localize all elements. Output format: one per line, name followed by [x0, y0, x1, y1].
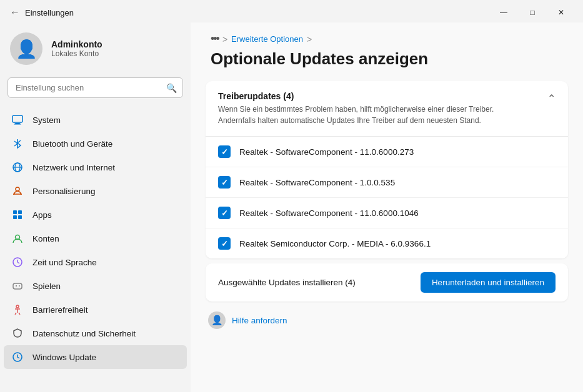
breadcrumb-arrow2: > [307, 34, 312, 44]
svg-rect-11 [13, 215, 17, 219]
checkbox-3[interactable]: ✓ [218, 207, 231, 219]
close-button[interactable]: ✕ [547, 4, 576, 21]
nav-label-accounts: Konten [32, 234, 59, 243]
user-section[interactable]: 👤 Adminkonto Lokales Konto [0, 22, 191, 77]
back-button[interactable]: ← [10, 7, 20, 18]
search-icon: 🔍 [166, 83, 177, 93]
avatar: 👤 [10, 32, 42, 65]
title-bar-left: ← Einstellungen [10, 7, 74, 18]
section-header-sub2: Andernfalls halten automatische Updates … [218, 115, 494, 126]
section-header[interactable]: Treiberupdates (4) Wenn Sie ein bestimmt… [206, 81, 568, 137]
chevron-up-icon: ⌃ [547, 92, 556, 104]
update-item: ✓ Realtek - SoftwareComponent - 11.0.600… [206, 198, 568, 228]
nav-icon-privacy [11, 327, 24, 340]
help-row: 👤 Hilfe anfordern [191, 301, 583, 329]
update-label-4: Realtek Semiconductor Corp. - MEDIA - 6.… [239, 239, 431, 248]
checkbox-2[interactable]: ✓ [218, 176, 231, 189]
svg-line-16 [17, 262, 19, 263]
nav-label-bluetooth: Bluetooth und Geräte [32, 139, 112, 149]
check-icon: ✓ [221, 209, 228, 217]
sidebar-item-apps[interactable]: Apps [4, 203, 187, 227]
check-icon: ✓ [221, 148, 228, 156]
sidebar-item-accounts[interactable]: Konten [4, 227, 187, 250]
help-icon: 👤 [208, 311, 226, 329]
driver-updates-section: Treiberupdates (4) Wenn Sie ein bestimmt… [206, 81, 568, 258]
nav-icon-accessibility [11, 303, 24, 316]
nav-icon-system [11, 114, 24, 126]
user-sub: Lokales Konto [51, 49, 102, 58]
section-header-text: Treiberupdates (4) Wenn Sie ein bestimmt… [218, 91, 494, 126]
nav-icon-apps [11, 208, 24, 221]
title-bar-controls: — □ ✕ [489, 4, 576, 21]
check-icon: ✓ [221, 240, 228, 248]
nav-icon-network [11, 161, 24, 174]
nav-label-gaming: Spielen [32, 282, 61, 291]
help-link[interactable]: Hilfe anfordern [232, 316, 287, 325]
user-icon: 👤 [16, 39, 37, 59]
title-bar: ← Einstellungen — □ ✕ [0, 0, 583, 22]
section-header-sub1: Wenn Sie ein bestimmtes Problem haben, h… [218, 104, 494, 115]
nav-list: System Bluetooth und Geräte Netzwerk und… [0, 105, 191, 371]
update-item: ✓ Realtek Semiconductor Corp. - MEDIA - … [206, 228, 568, 258]
user-name: Adminkonto [51, 39, 102, 49]
svg-point-8 [16, 187, 19, 191]
sidebar-item-gaming[interactable]: Spielen [4, 274, 187, 298]
nav-icon-gaming [11, 280, 24, 292]
section-header-title: Treiberupdates (4) [218, 91, 494, 101]
install-label: Ausgewählte Updates installieren (4) [218, 278, 356, 287]
nav-label-apps: Apps [32, 210, 52, 220]
checkbox-4[interactable]: ✓ [218, 237, 231, 250]
svg-rect-12 [18, 215, 22, 219]
update-items-container: ✓ Realtek - SoftwareComponent - 11.0.600… [206, 137, 568, 258]
nav-icon-accounts [11, 232, 24, 245]
nav-label-accessibility: Barrierefreiheit [32, 305, 88, 315]
maximize-button[interactable]: □ [518, 4, 547, 21]
nav-icon-bluetooth [11, 137, 24, 150]
nav-label-privacy: Datenschutz und Sicherheit [32, 329, 136, 338]
update-label-3: Realtek - SoftwareComponent - 11.0.6000.… [239, 208, 419, 218]
search-box: 🔍 [7, 77, 183, 98]
bottom-bar: Ausgewählte Updates installieren (4) Her… [206, 263, 568, 301]
nav-label-system: System [32, 115, 61, 125]
user-info: Adminkonto Lokales Konto [51, 39, 102, 58]
title-bar-title: Einstellungen [25, 8, 74, 17]
breadcrumb-dots[interactable]: ••• [211, 32, 219, 46]
sidebar-item-bluetooth[interactable]: Bluetooth und Geräte [4, 132, 187, 155]
svg-point-20 [19, 285, 20, 287]
check-icon: ✓ [221, 179, 228, 187]
minimize-button[interactable]: — [489, 4, 518, 21]
svg-rect-0 [12, 115, 22, 122]
breadcrumb: ••• > Erweiterte Optionen > [191, 22, 583, 48]
install-button[interactable]: Herunterladen und installieren [421, 272, 556, 293]
nav-label-windows-update: Windows Update [32, 353, 96, 362]
sidebar-item-windows-update[interactable]: Windows Update [4, 345, 187, 369]
update-label-1: Realtek - SoftwareComponent - 11.0.6000.… [239, 147, 414, 157]
nav-icon-windows-update [11, 351, 24, 363]
nav-icon-personalization [11, 185, 24, 197]
svg-rect-17 [13, 283, 22, 289]
nav-icon-time [11, 256, 24, 268]
svg-rect-9 [13, 210, 17, 214]
update-item: ✓ Realtek - SoftwareComponent - 11.0.600… [206, 137, 568, 167]
breadcrumb-arrow1: > [222, 34, 227, 44]
sidebar-item-network[interactable]: Netzwerk und Internet [4, 155, 187, 179]
sidebar-item-privacy[interactable]: Datenschutz und Sicherheit [4, 321, 187, 345]
sidebar-item-accessibility[interactable]: Barrierefreiheit [4, 298, 187, 321]
sidebar-item-system[interactable]: System [4, 108, 187, 132]
sidebar-item-personalization[interactable]: Personalisierung [4, 179, 187, 203]
svg-rect-10 [18, 210, 22, 214]
content-area: ••• > Erweiterte Optionen > Optionale Up… [191, 22, 583, 392]
nav-label-time: Zeit und Sprache [32, 258, 97, 267]
svg-rect-2 [14, 124, 21, 125]
checkbox-1[interactable]: ✓ [218, 145, 231, 158]
nav-label-network: Netzwerk und Internet [32, 163, 115, 172]
sidebar-item-time[interactable]: Zeit und Sprache [4, 250, 187, 274]
page-title: Optionale Updates anzeigen [191, 48, 583, 81]
nav-label-personalization: Personalisierung [32, 187, 96, 196]
svg-point-21 [16, 305, 19, 308]
main-area: 👤 Adminkonto Lokales Konto 🔍 System Blue… [0, 22, 583, 392]
update-label-2: Realtek - SoftwareComponent - 1.0.0.535 [239, 178, 395, 187]
search-input[interactable] [7, 77, 183, 98]
sidebar: 👤 Adminkonto Lokales Konto 🔍 System Blue… [0, 22, 191, 392]
breadcrumb-link[interactable]: Erweiterte Optionen [231, 34, 303, 44]
